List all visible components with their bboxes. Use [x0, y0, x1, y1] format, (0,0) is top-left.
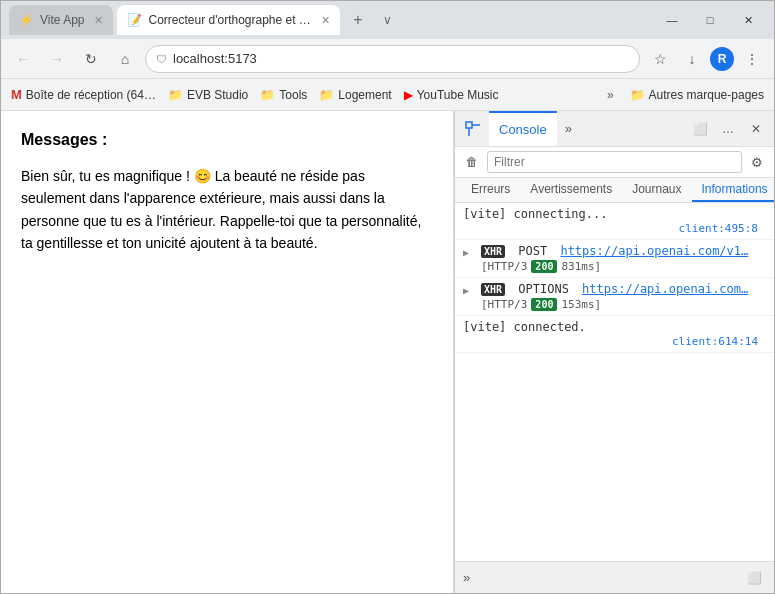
more-bookmarks-chevron: » — [607, 88, 614, 102]
xhr-post-expand[interactable]: ▶ — [463, 245, 475, 258]
devtools-undock-button[interactable]: ⬜ — [742, 566, 766, 590]
browser-window: ⚡ Vite App ✕ 📝 Correcteur d'orthographe … — [0, 0, 775, 594]
xhr-post-url[interactable]: https://api.openai.com/v1… — [560, 244, 748, 258]
logement-icon: 📁 — [319, 88, 334, 102]
bookmark-gmail-label: Boîte de réception (64… — [26, 88, 156, 102]
tab-errors[interactable]: Erreurs — [461, 178, 520, 202]
other-bookmarks[interactable]: 📁 Autres marque-pages — [630, 88, 764, 102]
tab-logs[interactable]: Journaux — [622, 178, 691, 202]
connecting-link[interactable]: client:495:8 — [679, 222, 758, 235]
close-button[interactable]: ✕ — [730, 6, 766, 34]
tab-dropdown-button[interactable]: ∨ — [376, 8, 400, 32]
maximize-button[interactable]: □ — [692, 6, 728, 34]
svg-rect-0 — [466, 122, 472, 128]
inspect-element-button[interactable] — [461, 117, 485, 141]
bookmark-logement[interactable]: 📁 Logement — [319, 88, 391, 102]
bookmarks-bar: M Boîte de réception (64… 📁 EVB Studio 📁… — [1, 79, 774, 111]
tab-correcteur[interactable]: 📝 Correcteur d'orthographe et … ✕ — [117, 5, 339, 35]
gmail-icon: M — [11, 87, 22, 102]
connected-link[interactable]: client:614:14 — [672, 335, 758, 348]
xhr-options-badge: XHR — [481, 283, 505, 296]
xhr-options-protocol: [HTTP/3 — [481, 298, 527, 311]
console-messages: [vite] connecting... client:495:8 ▶ XHR … — [455, 203, 774, 561]
xhr-options-status: 200 — [531, 298, 557, 311]
console-msg-connecting: [vite] connecting... client:495:8 — [455, 203, 774, 240]
page-text: Bien sûr, tu es magnifique ! 😊 La beauté… — [21, 165, 433, 255]
tab-vite-favicon: ⚡ — [19, 13, 34, 27]
tab-correcteur-favicon: 📝 — [127, 13, 142, 27]
back-button[interactable]: ← — [9, 45, 37, 73]
console-prompt-icon[interactable]: » — [463, 570, 470, 585]
xhr-options-detail: [HTTP/3 200 153ms] — [481, 298, 766, 311]
clear-console-button[interactable]: 🗑 — [461, 151, 483, 173]
bookmark-youtube-label: YouTube Music — [417, 88, 499, 102]
filter-settings-button[interactable]: ⚙ — [746, 151, 768, 173]
connected-text: [vite] connected. — [463, 320, 766, 334]
xhr-options-url[interactable]: https://api.openai.com… — [582, 282, 748, 296]
download-button[interactable]: ↓ — [678, 45, 706, 73]
browser-toolbar: ← → ↻ ⌂ 🛡 localhost:5173 ☆ ↓ R ⋮ — [1, 39, 774, 79]
tab-correcteur-close[interactable]: ✕ — [321, 14, 330, 27]
bookmark-gmail[interactable]: M Boîte de réception (64… — [11, 87, 156, 102]
page-title: Messages : — [21, 131, 433, 149]
page-content: Messages : Bien sûr, tu es magnifique ! … — [1, 111, 454, 593]
xhr-post-protocol: [HTTP/3 — [481, 260, 527, 273]
new-tab-button[interactable]: + — [344, 6, 372, 34]
xhr-options-time: 153ms] — [561, 298, 601, 311]
forward-button[interactable]: → — [43, 45, 71, 73]
xhr-post-method: POST — [511, 244, 554, 258]
tab-correcteur-label: Correcteur d'orthographe et … — [148, 13, 310, 27]
toolbar-right: ☆ ↓ R ⋮ — [646, 45, 766, 73]
minimize-button[interactable]: — — [654, 6, 690, 34]
xhr-post-time: 831ms] — [561, 260, 601, 273]
address-shield-icon: 🛡 — [156, 53, 167, 65]
devtools-actions: ⬜ … ✕ — [688, 117, 768, 141]
xhr-options-expand[interactable]: ▶ — [463, 283, 475, 296]
close-devtools-button[interactable]: ✕ — [744, 117, 768, 141]
title-bar: ⚡ Vite App ✕ 📝 Correcteur d'orthographe … — [1, 1, 774, 39]
content-area: Messages : Bien sûr, tu es magnifique ! … — [1, 111, 774, 593]
tab-vite-label: Vite App — [40, 13, 84, 27]
youtube-icon: ▶ — [404, 88, 413, 102]
filter-input[interactable] — [487, 151, 742, 173]
expand-devtools-button[interactable]: ⬜ — [688, 117, 712, 141]
console-subtabs: Erreurs Avertissements Journaux Informat… — [455, 178, 774, 203]
console-msg-connected: [vite] connected. client:614:14 — [455, 316, 774, 353]
console-msg-xhr-post: ▶ XHR POST https://api.openai.com/v1… [H… — [455, 240, 774, 278]
folder-icon: 📁 — [630, 88, 645, 102]
tools-icon: 📁 — [260, 88, 275, 102]
tab-informations[interactable]: Informations — [692, 178, 774, 202]
connecting-text: [vite] connecting... — [463, 207, 766, 221]
tab-vite-close[interactable]: ✕ — [94, 14, 103, 27]
tab-vite-app[interactable]: ⚡ Vite App ✕ — [9, 5, 113, 35]
bookmark-tools-label: Tools — [279, 88, 307, 102]
xhr-options-method: OPTIONS — [511, 282, 576, 296]
tab-warnings[interactable]: Avertissements — [520, 178, 622, 202]
window-controls: — □ ✕ — [654, 6, 766, 34]
bookmark-youtube[interactable]: ▶ YouTube Music — [404, 88, 499, 102]
bookmark-evb[interactable]: 📁 EVB Studio — [168, 88, 248, 102]
home-button[interactable]: ⌂ — [111, 45, 139, 73]
address-bar[interactable]: 🛡 localhost:5173 — [145, 45, 640, 73]
address-text: localhost:5173 — [173, 51, 629, 66]
devtools-header: Console » ⬜ … ✕ — [455, 111, 774, 147]
profile-button[interactable]: R — [710, 47, 734, 71]
bookmark-tools[interactable]: 📁 Tools — [260, 88, 307, 102]
xhr-post-badge: XHR — [481, 245, 505, 258]
console-filter-bar: 🗑 ⚙ — [455, 147, 774, 178]
other-bookmarks-label: Autres marque-pages — [649, 88, 764, 102]
more-button[interactable]: ⋮ — [738, 45, 766, 73]
console-bottom-bar: » ⬜ — [455, 561, 774, 593]
evb-icon: 📁 — [168, 88, 183, 102]
reload-button[interactable]: ↻ — [77, 45, 105, 73]
xhr-post-detail: [HTTP/3 200 831ms] — [481, 260, 766, 273]
devtools-options-button[interactable]: … — [716, 117, 740, 141]
console-tab-label: Console — [499, 122, 547, 137]
bookmark-logement-label: Logement — [338, 88, 391, 102]
console-tab-header[interactable]: Console — [489, 111, 557, 146]
more-tabs-button[interactable]: » — [561, 117, 576, 140]
more-bookmarks-button[interactable]: » — [607, 88, 614, 102]
star-button[interactable]: ☆ — [646, 45, 674, 73]
console-msg-xhr-options: ▶ XHR OPTIONS https://api.openai.com… [H… — [455, 278, 774, 316]
xhr-post-status: 200 — [531, 260, 557, 273]
